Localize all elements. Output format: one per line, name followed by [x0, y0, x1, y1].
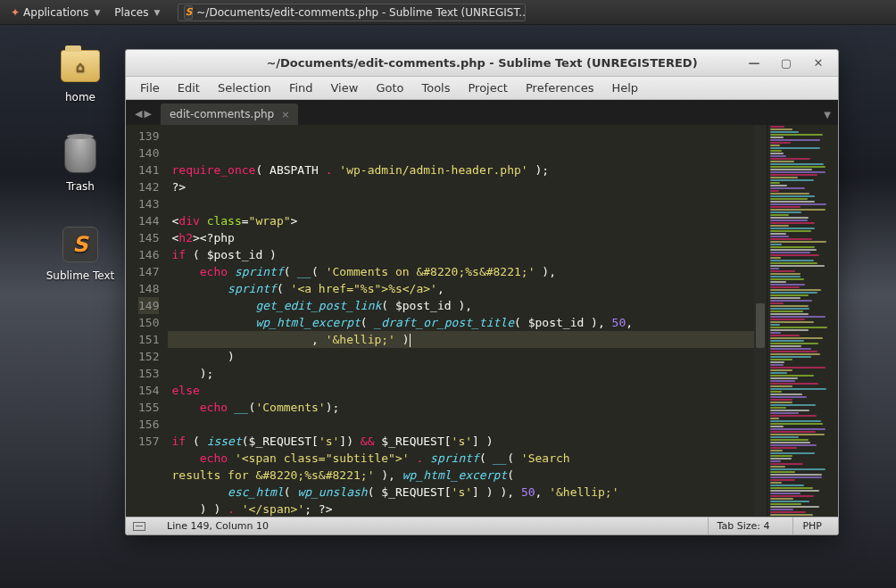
- desktop-icon-home[interactable]: ⌂ home: [45, 45, 116, 104]
- menubar: File Edit Selection Find View Goto Tools…: [126, 77, 838, 100]
- sublime-icon: S: [184, 5, 193, 20]
- desktop-icon-sublime[interactable]: S Sublime Text: [45, 223, 116, 282]
- taskbar-app-button[interactable]: S ~/Documents/edit-comments.php - Sublim…: [178, 4, 526, 21]
- tab-nav-arrows: ◀ ▶: [131, 108, 155, 125]
- window-title: ~/Documents/edit-comments.php - Sublime …: [266, 56, 697, 70]
- file-tab[interactable]: edit-comments.php ×: [161, 104, 299, 125]
- places-label: Places: [114, 6, 148, 19]
- menu-help[interactable]: Help: [602, 78, 647, 98]
- menu-selection[interactable]: Selection: [209, 78, 280, 98]
- tab-next-icon[interactable]: ▶: [144, 108, 151, 120]
- menu-find[interactable]: Find: [280, 78, 322, 98]
- status-language[interactable]: PHP: [792, 518, 831, 534]
- panel-switcher-icon[interactable]: [133, 522, 145, 531]
- titlebar[interactable]: ~/Documents/edit-comments.php - Sublime …: [126, 50, 838, 77]
- desktop-icon-label: Trash: [45, 180, 116, 193]
- line-gutter: 1391401411421431441451461471481491501511…: [126, 125, 168, 517]
- minimap[interactable]: [767, 125, 838, 517]
- trash-icon: [59, 134, 102, 177]
- menu-tools[interactable]: Tools: [412, 78, 459, 98]
- menu-project[interactable]: Project: [459, 78, 516, 98]
- desktop-icon-trash[interactable]: Trash: [45, 134, 116, 193]
- applications-icon: ✦: [11, 6, 20, 19]
- folder-icon: ⌂: [59, 45, 102, 87]
- menu-goto[interactable]: Goto: [367, 78, 412, 98]
- menu-view[interactable]: View: [322, 78, 368, 98]
- scroll-thumb[interactable]: [756, 303, 765, 348]
- statusbar: Line 149, Column 10 Tab Size: 4 PHP: [126, 517, 838, 534]
- close-button[interactable]: ✕: [802, 54, 834, 73]
- tabstrip: ◀ ▶ edit-comments.php × ▼: [126, 100, 838, 125]
- menu-file[interactable]: File: [131, 78, 169, 98]
- minimize-button[interactable]: —: [738, 54, 770, 73]
- menu-preferences[interactable]: Preferences: [517, 78, 602, 98]
- places-menu[interactable]: Places ▼: [107, 4, 167, 21]
- menu-edit[interactable]: Edit: [169, 78, 209, 98]
- desktop-icon-label: Sublime Text: [45, 269, 116, 282]
- desktop-icon-label: home: [45, 91, 116, 104]
- taskbar-app-label: ~/Documents/edit-comments.php - Sublime …: [196, 6, 526, 19]
- scrollbar[interactable]: [754, 125, 767, 517]
- sublime-window: ~/Documents/edit-comments.php - Sublime …: [125, 49, 839, 535]
- tab-prev-icon[interactable]: ◀: [135, 108, 142, 120]
- top-taskbar: ✦ Applications ▼ Places ▼ S ~/Documents/…: [0, 0, 896, 25]
- chevron-down-icon: ▼: [94, 8, 100, 17]
- chevron-down-icon: ▼: [153, 8, 160, 17]
- maximize-button[interactable]: ▢: [770, 54, 802, 73]
- tab-overflow-icon[interactable]: ▼: [824, 110, 831, 125]
- tab-close-icon[interactable]: ×: [281, 109, 289, 120]
- status-tabsize[interactable]: Tab Size: 4: [708, 518, 779, 534]
- tab-label: edit-comments.php: [170, 108, 274, 120]
- applications-menu[interactable]: ✦ Applications ▼: [4, 4, 107, 21]
- sublime-icon: S: [59, 223, 102, 266]
- code-area[interactable]: require_once( ABSPATH . 'wp-admin/admin-…: [168, 125, 767, 517]
- status-position[interactable]: Line 149, Column 10: [167, 520, 269, 532]
- editor[interactable]: 1391401411421431441451461471481491501511…: [126, 125, 838, 517]
- applications-label: Applications: [23, 6, 88, 19]
